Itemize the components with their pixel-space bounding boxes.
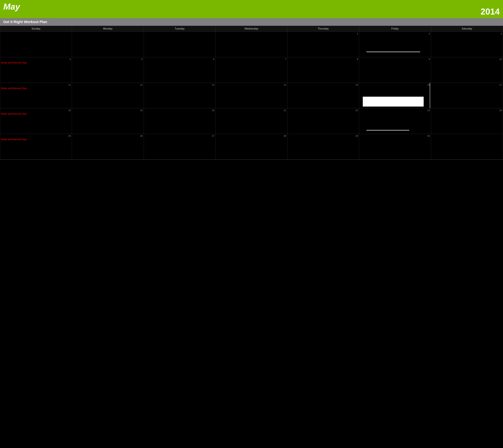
day-cell-22: 22 xyxy=(287,108,359,134)
day-number: 26 xyxy=(73,135,143,137)
day-cell-27: 27 xyxy=(144,134,216,160)
day-number: 6 xyxy=(145,58,214,61)
day-number: 19 xyxy=(73,109,143,112)
day-number: 16 xyxy=(360,83,430,86)
day-cell-25: 25 Relax and Recover Day xyxy=(0,134,72,160)
day-number: 12 xyxy=(73,83,143,86)
month-title: May xyxy=(3,2,20,11)
day-cell-26: 26 xyxy=(72,134,144,160)
day-cell-19: 19 xyxy=(72,108,144,134)
day-cell-24: 24 xyxy=(431,108,503,134)
day-number: 11 xyxy=(1,83,71,86)
header-section: May 2014 xyxy=(0,0,503,18)
calendar-grid: 1 2 3 4 Relax and Recover Day 5 6 7 8 9 xyxy=(0,32,503,160)
day-cell-1: 1 xyxy=(287,32,359,57)
day-cell-21: 21 xyxy=(216,108,287,134)
white-vertical-line xyxy=(430,83,430,108)
day-number: 22 xyxy=(288,109,358,112)
event-relax-18: Relax and Recover Day xyxy=(1,112,27,115)
day-cell-4: 4 Relax and Recover Day xyxy=(0,57,72,83)
day-number: 29 xyxy=(288,135,358,137)
day-cell-5: 5 xyxy=(72,57,144,83)
event-relax-25: Relax and Recover Day xyxy=(1,138,27,141)
day-cell xyxy=(144,32,216,57)
header-saturday: Saturday xyxy=(431,26,503,32)
day-cell-17: 17 xyxy=(431,83,503,108)
day-number: 9 xyxy=(360,58,430,61)
day-number: 28 xyxy=(217,135,286,137)
day-cell-13: 13 xyxy=(144,83,216,108)
calendar-container: Sunday Monday Tuesday Wednesday Thursday… xyxy=(0,26,503,160)
day-cell-18: 18 Relax and Recover Day xyxy=(0,108,72,134)
day-headers: Sunday Monday Tuesday Wednesday Thursday… xyxy=(0,26,503,32)
day-cell-31 xyxy=(431,134,503,160)
white-line xyxy=(366,52,420,52)
header-friday: Friday xyxy=(359,26,431,32)
day-number: 27 xyxy=(145,135,214,137)
day-number: 18 xyxy=(1,109,71,112)
day-cell xyxy=(72,32,144,57)
day-number: 14 xyxy=(217,83,286,86)
day-number: 21 xyxy=(217,109,286,112)
day-number: 8 xyxy=(288,58,358,61)
day-cell xyxy=(0,32,72,57)
day-cell-11: 11 Relax and Recover Day xyxy=(0,83,72,108)
event-relax-4: Relax and Recover Day xyxy=(1,61,27,64)
day-cell-30: 30 xyxy=(359,134,431,160)
day-number: 23 xyxy=(360,109,430,112)
day-number: 25 xyxy=(1,135,71,137)
day-cell-10: 10 xyxy=(431,57,503,83)
plan-bar: Get it Right Workout Plan xyxy=(0,18,503,26)
day-cell-28: 28 xyxy=(216,134,287,160)
event-relax-11: Relax and Recover Day xyxy=(1,87,27,90)
day-number: 24 xyxy=(432,109,502,112)
day-number: 10 xyxy=(432,58,502,61)
day-cell-6: 6 xyxy=(144,57,216,83)
day-cell-7: 7 xyxy=(216,57,287,83)
day-cell xyxy=(216,32,287,57)
day-number: 30 xyxy=(360,135,430,137)
header-monday: Monday xyxy=(72,26,144,32)
day-number: 5 xyxy=(73,58,143,61)
year-title: 2014 xyxy=(481,7,500,16)
white-line-bottom xyxy=(366,130,409,130)
header-sunday: Sunday xyxy=(0,26,72,32)
day-number: 7 xyxy=(217,58,286,61)
day-cell-12: 12 xyxy=(72,83,144,108)
day-number: 3 xyxy=(432,32,502,35)
day-cell-9: 9 xyxy=(359,57,431,83)
header-tuesday: Tuesday xyxy=(144,26,216,32)
day-number: 17 xyxy=(432,83,502,86)
day-number: 4 xyxy=(1,58,71,61)
day-number: 1 xyxy=(288,32,358,35)
white-box xyxy=(363,97,424,107)
header-thursday: Thursday xyxy=(287,26,359,32)
day-number: 15 xyxy=(288,83,358,86)
day-cell-3: 3 xyxy=(431,32,503,57)
day-cell-29: 29 xyxy=(287,134,359,160)
day-cell-23: 23 xyxy=(359,108,431,134)
day-cell-14: 14 xyxy=(216,83,287,108)
day-number: 13 xyxy=(145,83,214,86)
day-number: 2 xyxy=(360,32,430,35)
day-cell-15: 15 xyxy=(287,83,359,108)
day-cell-20: 20 xyxy=(144,108,216,134)
plan-title: Get it Right Workout Plan xyxy=(3,20,47,24)
day-cell-16: 16 xyxy=(359,83,431,108)
day-cell-8: 8 xyxy=(287,57,359,83)
day-number: 20 xyxy=(145,109,214,112)
header-wednesday: Wednesday xyxy=(216,26,287,32)
day-cell-2: 2 xyxy=(359,32,431,57)
